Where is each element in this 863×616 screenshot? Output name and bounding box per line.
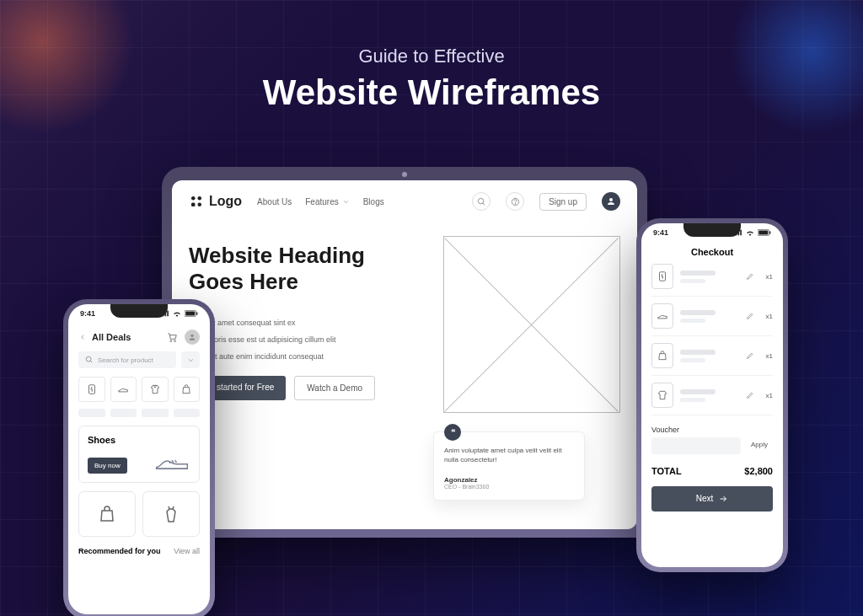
mobile-deals-frame: 9:41 All Deals xyxy=(63,299,215,616)
hero-bullets: Pariatur amet consequat sint ex Sint lab… xyxy=(189,319,423,361)
item-qty: x1 xyxy=(761,352,773,360)
item-qty: x1 xyxy=(761,273,773,281)
svg-point-16 xyxy=(174,340,176,342)
nav-about[interactable]: About Us xyxy=(257,197,292,206)
skeleton xyxy=(680,310,716,315)
logo-icon xyxy=(189,194,204,209)
shopping-bag-icon xyxy=(97,504,117,524)
pencil-icon xyxy=(746,391,754,399)
shirt-icon xyxy=(657,389,668,401)
buy-now-button[interactable]: Buy now xyxy=(88,458,127,474)
skeleton xyxy=(142,409,169,417)
next-label: Next xyxy=(696,494,714,504)
pencil-icon xyxy=(746,272,754,281)
cart-item: x1 xyxy=(651,336,773,376)
bullet-3: Proident aute enim incididunt consequat xyxy=(189,352,423,361)
category-energy[interactable] xyxy=(78,377,105,402)
search-input[interactable]: Search for product xyxy=(78,351,176,368)
wifi-icon xyxy=(745,229,755,236)
avatar[interactable] xyxy=(602,192,620,211)
apply-button[interactable]: Apply xyxy=(746,437,773,454)
cta-secondary-button[interactable]: Watch a Demo xyxy=(294,376,375,400)
skeleton xyxy=(680,319,705,323)
status-time: 9:41 xyxy=(80,309,95,318)
arrow-right-icon xyxy=(718,494,728,504)
svg-rect-2 xyxy=(191,203,196,207)
bag-icon xyxy=(657,350,668,362)
featured-title: Shoes xyxy=(88,435,190,445)
nav-features[interactable]: Features xyxy=(305,197,349,206)
wifi-icon xyxy=(172,310,182,317)
svg-point-17 xyxy=(190,335,193,337)
item-thumb xyxy=(651,303,673,329)
view-all-link[interactable]: View all xyxy=(174,547,200,555)
total-value: $2,800 xyxy=(744,466,773,476)
site-logo[interactable]: Logo xyxy=(189,194,242,209)
testimonial-card: ❝ Anim voluptate amet culpa velit velit … xyxy=(433,431,585,501)
notch xyxy=(110,304,168,318)
svg-rect-13 xyxy=(185,312,195,316)
user-icon xyxy=(606,196,616,206)
skeleton xyxy=(680,389,716,394)
search-button[interactable] xyxy=(472,192,490,211)
product-tile-bag[interactable] xyxy=(78,491,136,537)
filter-button[interactable] xyxy=(181,351,200,368)
hero-heading: Website Heading Goes Here xyxy=(189,243,423,295)
featured-card[interactable]: Shoes Buy now xyxy=(78,426,200,483)
bolt-icon xyxy=(657,271,668,282)
mobile-checkout-frame: 9:41 Checkout x1 x1 xyxy=(636,218,788,572)
headline-subtitle: Guide to Effective xyxy=(0,46,863,67)
voucher-input[interactable] xyxy=(651,437,741,454)
category-shoes[interactable] xyxy=(110,377,137,402)
edit-item-button[interactable] xyxy=(746,312,754,320)
chevron-down-icon xyxy=(187,356,195,364)
pencil-icon xyxy=(746,312,754,320)
signup-button[interactable]: Sign up xyxy=(539,193,587,211)
svg-point-0 xyxy=(191,196,196,201)
edit-item-button[interactable] xyxy=(746,272,754,281)
svg-rect-14 xyxy=(196,312,197,315)
headline: Guide to Effective Website Wireframes xyxy=(0,46,863,113)
bullet-1: Pariatur amet consequat sint ex xyxy=(189,319,423,327)
cart-item: x1 xyxy=(651,297,773,336)
edit-item-button[interactable] xyxy=(746,391,754,399)
status-time: 9:41 xyxy=(653,228,668,237)
nav-blogs[interactable]: Blogs xyxy=(363,197,384,206)
category-apparel[interactable] xyxy=(142,377,169,402)
laptop-screen: Logo About Us Features Blogs Sign up xyxy=(172,180,637,529)
dress-icon xyxy=(161,504,181,524)
skeleton xyxy=(680,398,705,402)
product-tile-dress[interactable] xyxy=(142,491,200,537)
page-title: All Deals xyxy=(92,332,131,342)
category-bags[interactable] xyxy=(174,377,201,402)
cart-icon xyxy=(166,331,178,343)
search-icon xyxy=(85,356,94,364)
site-nav: About Us Features Blogs xyxy=(257,197,384,206)
back-button[interactable] xyxy=(78,333,87,341)
edit-item-button[interactable] xyxy=(746,351,754,360)
hoodie-icon xyxy=(149,383,161,395)
cart-item: x1 xyxy=(651,257,773,297)
svg-point-1 xyxy=(198,196,202,201)
search-placeholder: Search for product xyxy=(98,356,153,364)
quote-icon: ❝ xyxy=(444,424,461,441)
help-button[interactable] xyxy=(506,192,524,211)
site-header: Logo About Us Features Blogs Sign up xyxy=(189,192,620,211)
svg-point-20 xyxy=(154,385,156,387)
testimonial-role: CEO - Brain3360 xyxy=(444,484,574,490)
next-button[interactable]: Next xyxy=(651,486,773,512)
item-qty: x1 xyxy=(761,392,773,399)
svg-rect-24 xyxy=(740,230,742,236)
cart-button[interactable] xyxy=(164,329,180,345)
hero-section: Website Heading Goes Here Pariatur amet … xyxy=(189,243,620,413)
cart-item: x1 xyxy=(651,376,773,415)
laptop-camera xyxy=(402,172,407,177)
bullet-2: Sint laboris esse est ut adipisicing cil… xyxy=(189,335,423,344)
skeleton xyxy=(680,358,705,362)
chevron-left-icon xyxy=(78,333,87,341)
user-icon xyxy=(188,333,196,341)
testimonial-name: Agonzalez xyxy=(444,476,574,484)
user-avatar[interactable] xyxy=(185,329,200,345)
sneaker-icon xyxy=(153,450,190,474)
bolt-icon xyxy=(86,383,98,395)
